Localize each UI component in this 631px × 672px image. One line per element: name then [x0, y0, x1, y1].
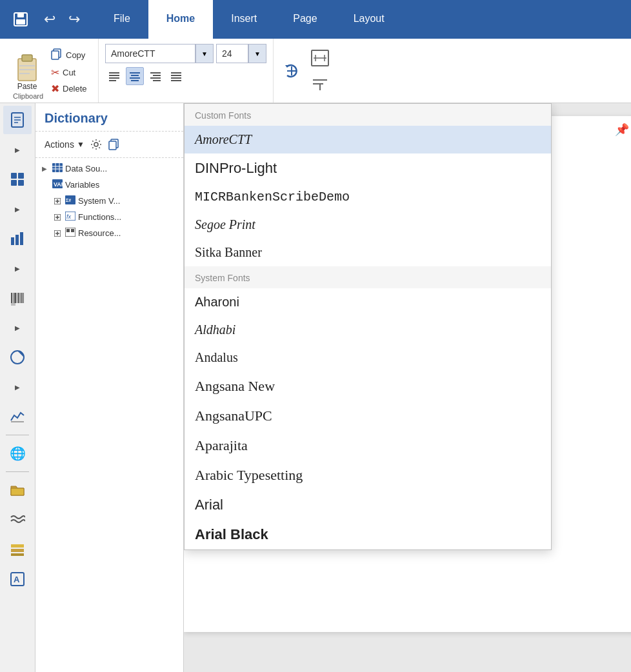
paste-icon: [14, 52, 40, 82]
svg-rect-47: [11, 293, 12, 303]
actions-label: Actions: [45, 139, 74, 150]
svg-rect-41: [18, 173, 24, 179]
sidebar-icon-text[interactable]: A: [3, 565, 32, 593]
gear-button[interactable]: [88, 137, 104, 152]
expand-systemvars: [52, 196, 63, 206]
tree-item-resources[interactable]: Resource...: [35, 225, 183, 241]
sidebar-icon-arrow-right2[interactable]: ▶: [3, 195, 32, 223]
tree-icon-variables: VAR: [52, 179, 63, 190]
sidebar-icon-arrow-right4[interactable]: ▶: [3, 313, 32, 342]
actions-chevron: ▼: [77, 140, 85, 149]
font-size-input[interactable]: [216, 44, 248, 63]
document-area: 📌 Custom Fonts AmoreCTT DINPro-Light MIC…: [184, 103, 631, 672]
copy-button[interactable]: Copy: [48, 47, 93, 64]
svg-rect-53: [21, 293, 23, 303]
delete-button[interactable]: ✖ Delete: [48, 81, 93, 96]
sidebar-icon-arrow-right1[interactable]: ▶: [3, 135, 32, 164]
pin-icon[interactable]: 📌: [615, 123, 629, 137]
rotate-button[interactable]: [280, 59, 303, 83]
svg-rect-9: [52, 51, 59, 59]
actions-button[interactable]: Actions ▼: [45, 139, 85, 150]
align-left-button[interactable]: [105, 67, 123, 85]
svg-rect-58: [11, 544, 24, 548]
svg-rect-59: [11, 549, 24, 552]
tab-insert[interactable]: Insert: [213, 0, 275, 39]
svg-rect-2: [16, 19, 25, 25]
sidebar-icon-stripes[interactable]: [3, 535, 32, 564]
sidebar-icon-arrow-right5[interactable]: ▶: [3, 373, 32, 401]
font-item-arabicTypesetting[interactable]: Arabic Typesetting: [185, 460, 551, 490]
sidebar-icon-folder[interactable]: [3, 476, 32, 504]
sidebar-icon-grid[interactable]: [3, 165, 32, 193]
align-justify-button[interactable]: [167, 67, 185, 85]
svg-rect-52: [20, 293, 21, 303]
font-dropdown-scroll[interactable]: Custom Fonts AmoreCTT DINPro-Light MICRB…: [185, 104, 551, 549]
font-item-dinpro[interactable]: DINPro-Light: [185, 153, 551, 183]
sidebar-icon-chart[interactable]: [3, 224, 32, 253]
tree-item-variables[interactable]: VAR Variables: [35, 177, 183, 193]
left-sidebar: ▶ ▶ ▶: [0, 103, 35, 672]
align-center-button[interactable]: [126, 67, 144, 85]
tree-item-datasource[interactable]: ▶ Data Sou...: [35, 161, 183, 177]
dict-tree: ▶ Data Sou... VAR: [35, 158, 183, 672]
font-item-aharoni[interactable]: Aharoni: [185, 288, 551, 316]
font-group: ▼ ▼: [99, 39, 274, 103]
font-dropdown-arrow[interactable]: ▼: [195, 44, 214, 63]
tree-arrow-datasource: ▶: [42, 165, 50, 172]
font-item-micr[interactable]: MICRBankenScribeDemo: [185, 183, 551, 211]
alignment-row: [105, 67, 266, 85]
redo-button[interactable]: ↪: [63, 8, 85, 30]
expand-functions: [52, 212, 63, 222]
sidebar-icon-barcode[interactable]: |||||||: [3, 284, 32, 312]
fit-width-button[interactable]: [308, 46, 332, 70]
font-item-angsanaNew[interactable]: Angsana New: [185, 371, 551, 401]
align-right-button[interactable]: [146, 67, 165, 85]
tab-layout[interactable]: Layout: [336, 0, 403, 39]
sidebar-icon-wavy[interactable]: [3, 506, 32, 534]
tree-item-systemvars[interactable]: Σ# System V...: [35, 193, 183, 209]
copy-small-button[interactable]: [108, 138, 121, 151]
size-chevron: ▼: [254, 50, 261, 57]
delete-icon: ✖: [51, 83, 59, 95]
svg-rect-4: [22, 55, 32, 61]
menu-tabs: File Home Insert Page Layout: [95, 0, 403, 39]
tree-icon-functions: fx: [65, 212, 75, 222]
font-item-andalus[interactable]: Andalus: [185, 344, 551, 371]
dictionary-header: Dictionary: [35, 103, 183, 132]
font-item-arialBlack[interactable]: Arial Black: [185, 520, 551, 549]
svg-rect-50: [17, 293, 17, 303]
svg-rect-45: [15, 235, 19, 245]
tree-item-functions[interactable]: fx Functions...: [35, 209, 183, 225]
undo-button[interactable]: ↩: [39, 8, 61, 30]
copy-label: Copy: [66, 50, 85, 60]
delete-label: Delete: [63, 84, 87, 94]
paste-button[interactable]: Paste: [10, 50, 44, 94]
menu-bar: ↩ ↪ File Home Insert Page Layout: [0, 0, 631, 39]
svg-rect-40: [11, 173, 17, 179]
svg-rect-6: [19, 69, 35, 70]
font-item-aparajita[interactable]: Aparajita: [185, 431, 551, 460]
font-name-input[interactable]: [105, 44, 195, 63]
size-dropdown-arrow[interactable]: ▼: [248, 44, 266, 63]
sidebar-icon-shape[interactable]: [3, 343, 32, 371]
tab-page[interactable]: Page: [275, 0, 335, 39]
sidebar-icon-arrow-right3[interactable]: ▶: [3, 254, 32, 282]
font-item-aldhabi[interactable]: Aldhabi: [185, 316, 551, 344]
tree-label-variables: Variables: [65, 180, 99, 190]
cut-button[interactable]: ✂ Cut: [48, 65, 93, 80]
sidebar-icon-globe[interactable]: 🌐: [3, 439, 32, 468]
font-item-arial[interactable]: Arial: [185, 490, 551, 520]
sidebar-icon-page[interactable]: [3, 106, 32, 134]
nav-controls: ↩ ↪: [39, 8, 85, 30]
font-item-segoePrint[interactable]: Segoe Print: [185, 211, 551, 239]
font-item-angsanaUPC[interactable]: AngsanaUPC: [185, 401, 551, 431]
tab-file[interactable]: File: [95, 0, 148, 39]
font-item-sitkaBanner[interactable]: Sitka Banner: [185, 239, 551, 266]
font-item-amoreCTT[interactable]: AmoreCTT: [185, 126, 551, 153]
save-icon[interactable]: [6, 5, 35, 34]
sidebar-icon-linechart[interactable]: [3, 402, 32, 431]
system-fonts-header: System Fonts: [185, 266, 551, 288]
tab-home[interactable]: Home: [148, 0, 213, 39]
text-align-button[interactable]: [308, 72, 332, 95]
clipboard-actions: Copy ✂ Cut ✖ Delete: [48, 47, 93, 96]
